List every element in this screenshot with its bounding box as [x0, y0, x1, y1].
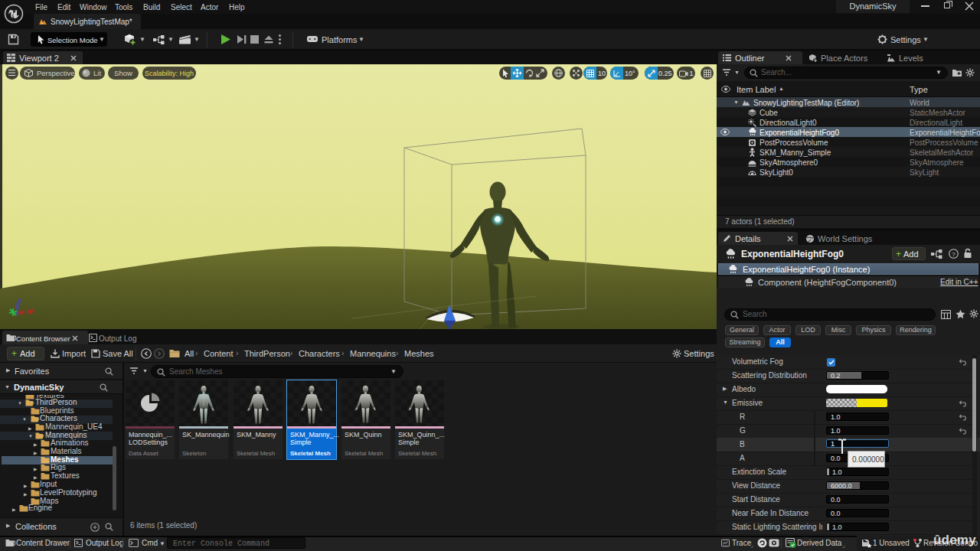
svg-text:?: ?: [952, 251, 956, 258]
